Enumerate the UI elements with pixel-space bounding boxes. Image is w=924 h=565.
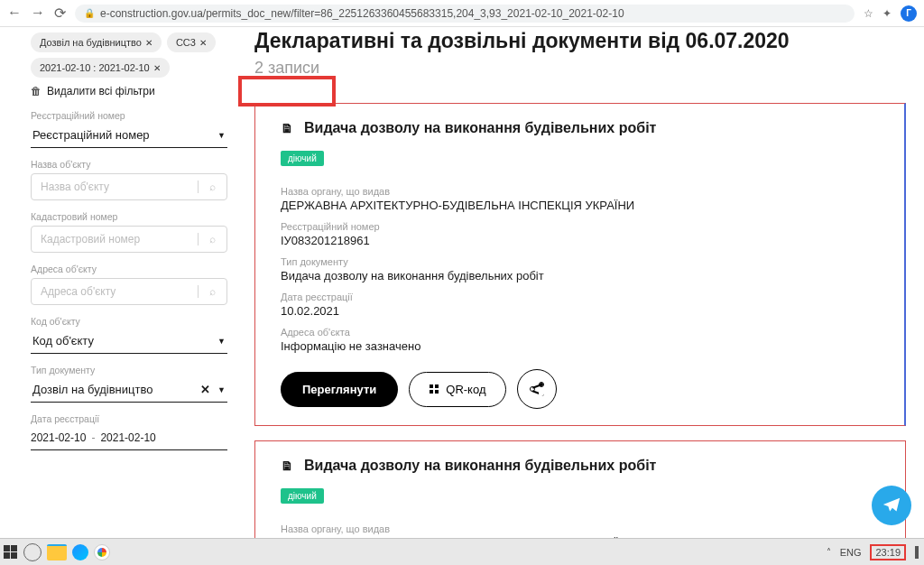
card-title: Видача дозволу на виконання будівельних … bbox=[304, 120, 656, 136]
field-label: Назва об'єкту bbox=[31, 159, 227, 170]
card-title: Видача дозволу на виконання будівельних … bbox=[304, 458, 656, 474]
share-icon bbox=[530, 382, 544, 396]
field-label: Дата реєстрації bbox=[31, 413, 227, 424]
forward-icon[interactable]: → bbox=[31, 5, 45, 22]
page-title: Декларативні та дозвільні документи від … bbox=[254, 29, 906, 53]
document-card: 🗎 Видача дозволу на виконання будівельни… bbox=[254, 103, 906, 426]
close-icon[interactable]: ✕ bbox=[200, 383, 210, 396]
chevron-down-icon: ▼ bbox=[217, 131, 226, 140]
search-icon[interactable]: ⌕ bbox=[198, 285, 226, 298]
view-button[interactable]: Переглянути bbox=[281, 372, 398, 407]
reg-number-select[interactable]: Реєстраційний номер▼ bbox=[31, 125, 227, 148]
qr-icon bbox=[430, 384, 439, 394]
document-icon: 🗎 bbox=[281, 121, 293, 135]
edge-icon[interactable] bbox=[72, 544, 88, 560]
clock[interactable]: 23:19 bbox=[870, 544, 906, 560]
status-badge: діючий bbox=[281, 488, 324, 504]
object-code-select[interactable]: Код об'єкту▼ bbox=[31, 330, 227, 354]
document-card: 🗎 Видача дозволу на виконання будівельни… bbox=[254, 440, 906, 538]
field-label: Адреса об'єкту bbox=[31, 264, 227, 274]
cadastre-input[interactable]: Кадастровий номер ⌕ bbox=[31, 226, 227, 253]
object-name-input[interactable]: Назва об'єкту ⌕ bbox=[31, 173, 227, 200]
close-icon[interactable]: ✕ bbox=[199, 38, 207, 48]
doc-type-select[interactable]: Дозвіл на будівництво ✕ ▼ bbox=[31, 379, 227, 403]
notification-icon[interactable] bbox=[915, 546, 919, 559]
telegram-icon bbox=[882, 496, 901, 515]
tray-chevron-icon[interactable]: ˄ bbox=[827, 547, 831, 557]
chevron-down-icon: ▼ bbox=[217, 337, 226, 346]
field-label: Код об'єкту bbox=[31, 316, 227, 327]
star-icon[interactable]: ☆ bbox=[864, 7, 873, 20]
language-indicator[interactable]: ENG bbox=[840, 547, 862, 558]
field-label: Кадастровий номер bbox=[31, 211, 227, 222]
lock-icon: 🔒 bbox=[84, 8, 95, 18]
back-icon[interactable]: ← bbox=[7, 5, 22, 22]
profile-avatar[interactable]: Г bbox=[901, 5, 917, 22]
share-button[interactable] bbox=[517, 369, 557, 409]
chrome-icon[interactable] bbox=[94, 544, 110, 560]
main-content: Декларативні та дозвільні документи від … bbox=[245, 27, 924, 538]
field-label: Реєстраційний номер bbox=[31, 110, 227, 121]
close-icon[interactable]: ✕ bbox=[145, 38, 152, 48]
search-icon[interactable] bbox=[23, 543, 42, 561]
field-label: Тип документу bbox=[31, 365, 227, 375]
result-count: 2 записи bbox=[254, 59, 319, 78]
telegram-button[interactable] bbox=[872, 486, 911, 525]
search-icon[interactable]: ⌕ bbox=[198, 233, 226, 245]
document-icon: 🗎 bbox=[281, 458, 293, 473]
status-badge: діючий bbox=[281, 151, 324, 166]
search-icon[interactable]: ⌕ bbox=[198, 181, 226, 193]
url-text: e-construction.gov.ua/permits_doc_new/fi… bbox=[100, 7, 624, 20]
filter-chip[interactable]: Дозвіл на будівництво✕ bbox=[31, 32, 162, 52]
windows-taskbar: ˄ ENG 23:19 bbox=[0, 538, 924, 565]
chevron-down-icon: ▼ bbox=[217, 385, 226, 394]
clear-filters-button[interactable]: 🗑 Видалити всі фільтри bbox=[31, 85, 227, 97]
close-icon[interactable]: ✕ bbox=[153, 63, 161, 73]
highlight-box bbox=[238, 76, 336, 107]
start-icon[interactable] bbox=[4, 545, 18, 560]
date-range-input[interactable]: 2021-02-10 - 2021-02-10 bbox=[31, 428, 227, 450]
url-bar[interactable]: 🔒 e-construction.gov.ua/permits_doc_new/… bbox=[75, 5, 855, 23]
qr-button[interactable]: QR-код bbox=[409, 372, 506, 407]
filters-sidebar: Дозвіл на будівництво✕ СС3✕ 2021-02-10 :… bbox=[0, 27, 245, 538]
browser-chrome: ← → ⟳ 🔒 e-construction.gov.ua/permits_do… bbox=[0, 0, 924, 27]
trash-icon: 🗑 bbox=[31, 85, 42, 97]
object-address-input[interactable]: Адреса об'єкту ⌕ bbox=[31, 278, 227, 305]
reload-icon[interactable]: ⟳ bbox=[54, 5, 66, 22]
filter-chip[interactable]: 2021-02-10 : 2021-02-10✕ bbox=[31, 58, 170, 78]
filter-chip[interactable]: СС3✕ bbox=[167, 32, 216, 52]
extensions-icon[interactable]: ✦ bbox=[882, 7, 892, 20]
explorer-icon[interactable] bbox=[47, 544, 67, 560]
